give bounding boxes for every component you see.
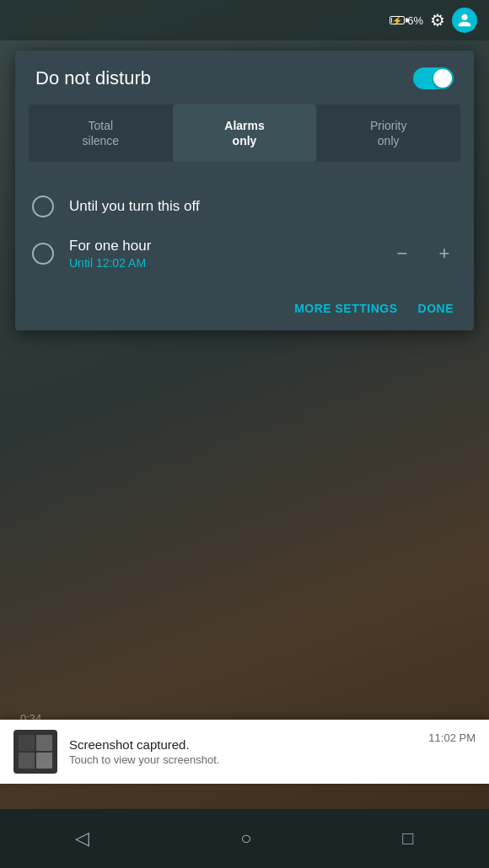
notif-thumb-grid: [19, 735, 52, 769]
action-row: MORE SETTINGS DONE: [15, 285, 474, 322]
back-button[interactable]: ◁: [75, 828, 89, 849]
notif-time: 11:02 PM: [428, 731, 476, 744]
notif-content: Screenshot captured. Touch to view your …: [69, 737, 416, 766]
status-bar: ⚡ 6% ⚙: [0, 0, 489, 40]
radio-circle-turn-off: [32, 196, 54, 217]
dnd-panel: Do not disturb Totalsilence Alarmsonly P…: [15, 51, 474, 330]
radio-label-turn-off: Until you turn this off: [69, 198, 200, 215]
hour-text-block: For one hour Until 12:02 AM: [69, 238, 374, 270]
thumb-cell-4: [36, 753, 52, 769]
battery-percent: 6%: [407, 14, 423, 27]
mode-priority-only[interactable]: Priorityonly: [316, 104, 460, 162]
mode-selector: Totalsilence Alarmsonly Priorityonly: [29, 104, 460, 162]
dnd-title: Do not disturb: [35, 67, 151, 89]
dnd-header: Do not disturb: [15, 51, 474, 104]
recents-button[interactable]: □: [402, 828, 413, 849]
done-button[interactable]: DONE: [418, 302, 454, 315]
radio-circle-one-hour: [32, 243, 54, 265]
navigation-bar: ◁ ○ □: [0, 809, 489, 868]
mode-alarms-only[interactable]: Alarmsonly: [173, 104, 317, 162]
battery-icon: ⚡: [390, 16, 405, 24]
mode-total-silence[interactable]: Totalsilence: [29, 104, 173, 162]
notif-thumbnail: [13, 730, 57, 774]
notif-title: Screenshot captured.: [69, 737, 416, 752]
account-icon[interactable]: [452, 8, 477, 33]
toggle-knob: [433, 69, 452, 88]
mode-priority-only-label: Priorityonly: [370, 119, 407, 147]
thumb-cell-3: [19, 753, 35, 769]
minus-button[interactable]: −: [390, 241, 415, 266]
mode-alarms-only-label: Alarmsonly: [224, 119, 264, 147]
lightning-icon: ⚡: [392, 16, 402, 25]
dnd-toggle[interactable]: [413, 67, 454, 89]
gear-icon[interactable]: ⚙: [430, 10, 445, 30]
plus-button[interactable]: +: [432, 241, 457, 266]
hour-sublabel: Until 12:02 AM: [69, 256, 374, 270]
battery-indicator: ⚡ 6%: [390, 14, 423, 27]
thumb-cell-2: [36, 735, 52, 751]
more-settings-button[interactable]: MORE SETTINGS: [294, 302, 397, 315]
notif-subtitle: Touch to view your screenshot.: [69, 753, 416, 766]
mode-total-silence-label: Totalsilence: [83, 119, 120, 147]
option-turn-off[interactable]: Until you turn this off: [32, 184, 457, 229]
option-one-hour[interactable]: For one hour Until 12:02 AM − +: [32, 229, 457, 278]
hour-controls: − +: [390, 241, 457, 266]
radio-section: Until you turn this off For one hour Unt…: [15, 177, 474, 285]
thumb-cell-1: [19, 735, 35, 751]
home-button[interactable]: ○: [240, 828, 251, 849]
battery-fill: [391, 18, 392, 23]
hour-label: For one hour: [69, 238, 374, 255]
notification-bar[interactable]: Screenshot captured. Touch to view your …: [0, 720, 489, 784]
